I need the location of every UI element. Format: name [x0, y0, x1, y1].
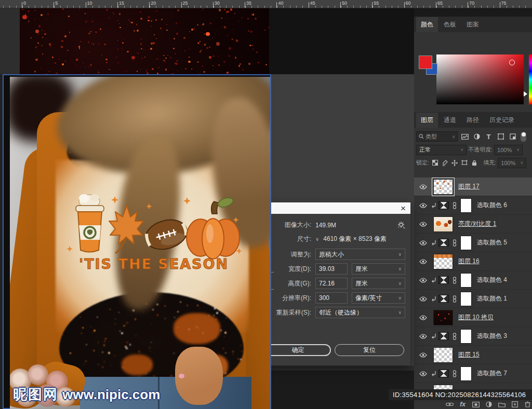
fit-to-select[interactable]: 原稿大小 ∨ — [315, 249, 405, 260]
layer-name[interactable]: 选取颜色 1 — [477, 294, 507, 303]
layer-name[interactable]: 图层 15 — [458, 350, 480, 359]
visibility-eye-icon[interactable] — [417, 315, 429, 320]
layer-name[interactable]: 选取颜色 7 — [477, 369, 507, 378]
mask-link-icon[interactable] — [451, 202, 458, 209]
filter-smart-object-icon[interactable] — [508, 132, 517, 141]
layer-mask-thumbnail[interactable] — [460, 236, 472, 250]
visibility-eye-icon[interactable] — [417, 184, 429, 189]
resolution-unit-select[interactable]: 像素/英寸 ∨ — [352, 292, 405, 304]
layer-thumbnail[interactable] — [433, 347, 453, 363]
tab-patterns[interactable]: 图案 — [462, 17, 484, 32]
lock-transparent-pixels-icon[interactable] — [431, 159, 439, 167]
visibility-eye-icon[interactable] — [417, 296, 429, 302]
layer-name[interactable]: 图层 16 — [458, 257, 480, 266]
layer-name[interactable]: 图层 10 拷贝 — [458, 313, 494, 322]
mask-link-icon[interactable] — [451, 239, 458, 247]
layer-row[interactable]: 图层 17 — [414, 178, 532, 196]
layer-filter-select[interactable]: 类型 ∨ — [416, 131, 458, 142]
height-input[interactable] — [315, 278, 348, 289]
layer-name[interactable]: 亮度/对比度 1 — [458, 220, 496, 228]
hue-pointer-icon[interactable] — [524, 91, 527, 97]
saturation-brightness-field[interactable] — [436, 54, 524, 104]
filter-shape-layers-icon[interactable] — [496, 132, 506, 141]
lock-position-icon[interactable] — [450, 159, 459, 167]
visibility-eye-icon[interactable] — [417, 203, 429, 208]
visibility-eye-icon[interactable] — [417, 240, 429, 246]
visibility-eye-icon[interactable] — [417, 371, 429, 376]
layer-thumbnail[interactable] — [433, 179, 453, 195]
gear-icon[interactable] — [397, 221, 405, 229]
ok-button[interactable]: 确定 — [265, 344, 331, 356]
layer-thumbnail[interactable] — [433, 216, 453, 232]
visibility-eye-icon[interactable] — [417, 222, 429, 227]
tab-channels[interactable]: 通道 — [439, 113, 461, 128]
adjustment-layer-icon[interactable] — [438, 295, 449, 303]
delete-layer-icon[interactable] — [523, 400, 532, 408]
mask-link-icon[interactable] — [451, 277, 458, 284]
layer-thumbnail[interactable] — [433, 254, 453, 269]
layer-mask-thumbnail[interactable] — [460, 292, 472, 306]
blend-mode-select[interactable]: 正常 ∨ — [416, 145, 467, 155]
visibility-eye-icon[interactable] — [417, 278, 429, 283]
layer-mask-thumbnail[interactable] — [460, 273, 472, 288]
layer-row[interactable]: 选取颜色 1 — [414, 290, 532, 308]
new-group-icon[interactable] — [497, 400, 506, 408]
dialog-title-bar[interactable]: × — [262, 202, 410, 214]
layer-style-icon[interactable]: fx — [458, 400, 467, 408]
mask-link-icon[interactable] — [451, 295, 458, 303]
width-input[interactable] — [315, 263, 348, 275]
visibility-eye-icon[interactable] — [417, 259, 429, 264]
new-layer-icon[interactable] — [510, 400, 519, 408]
visibility-eye-icon[interactable] — [417, 352, 429, 358]
mask-link-icon[interactable] — [451, 333, 458, 340]
link-layers-icon[interactable] — [445, 400, 454, 408]
layer-row[interactable]: 选取颜色 5 — [414, 234, 532, 252]
lock-all-icon[interactable] — [470, 159, 478, 167]
width-unit-select[interactable]: 厘米 ∨ — [352, 263, 405, 275]
color-picker-ring[interactable] — [509, 60, 515, 65]
layer-mask-thumbnail[interactable] — [460, 366, 472, 381]
layer-row[interactable]: 选取颜色 3 — [414, 327, 532, 346]
opacity-select[interactable]: 100% ∨ — [494, 145, 523, 155]
layer-name[interactable]: 选取颜色 4 — [477, 276, 507, 284]
layer-row[interactable]: 选取颜色 7 — [414, 364, 532, 383]
layer-row[interactable]: 选取颜色 6 — [414, 196, 532, 215]
adjustment-layer-icon[interactable] — [438, 332, 449, 340]
reset-button[interactable]: 复位 — [335, 344, 404, 356]
filter-type-layers-icon[interactable]: T — [484, 132, 494, 141]
visibility-eye-icon[interactable] — [417, 334, 429, 339]
layer-name[interactable]: 选取颜色 6 — [477, 201, 507, 210]
lock-artboard-icon[interactable] — [460, 159, 469, 167]
layer-thumbnail[interactable] — [433, 310, 453, 325]
resample-select[interactable]: 邻近（硬边缘） ∨ — [315, 307, 405, 318]
layer-row[interactable]: 选取颜色 4 — [414, 271, 532, 290]
layer-name[interactable]: 选取颜色 5 — [477, 238, 507, 247]
adjustment-layer-icon[interactable] — [438, 239, 449, 247]
horizontal-ruler[interactable]: 051015202530354045505560657075 — [0, 0, 532, 8]
layer-mask-thumbnail[interactable] — [460, 329, 472, 344]
layer-mask-thumbnail[interactable] — [460, 198, 472, 213]
hue-strip[interactable] — [529, 54, 532, 104]
add-mask-icon[interactable] — [471, 400, 480, 408]
lock-image-pixels-icon[interactable] — [441, 159, 449, 167]
layer-row[interactable]: 图层 16 — [414, 252, 532, 271]
filter-toggle-switch[interactable] — [521, 132, 526, 142]
tab-swatches[interactable]: 色板 — [439, 17, 461, 32]
mask-link-icon[interactable] — [451, 370, 458, 377]
tab-color[interactable]: 颜色 — [416, 17, 438, 32]
tab-paths[interactable]: 路径 — [462, 113, 484, 128]
chevron-down-icon[interactable]: ∨ — [315, 236, 319, 242]
adjustment-layer-icon[interactable] — [438, 276, 449, 284]
filter-adjustment-layers-icon[interactable] — [472, 132, 482, 141]
fill-select[interactable]: 100% ∨ — [498, 158, 526, 168]
new-adjustment-layer-icon[interactable] — [484, 400, 493, 408]
photo-document-window[interactable]: 'TIS THE SEASON 昵图网 www.nipic.com — [3, 74, 271, 409]
height-unit-select[interactable]: 厘米 ∨ — [352, 278, 405, 289]
layer-name[interactable]: 选取颜色 3 — [477, 332, 507, 340]
tab-layers[interactable]: 图层 — [416, 113, 438, 128]
layer-name[interactable]: 图层 17 — [458, 182, 480, 191]
resolution-input[interactable] — [315, 292, 348, 304]
adjustment-layer-icon[interactable] — [438, 201, 449, 209]
layer-row[interactable]: 图层 10 拷贝 — [414, 308, 532, 327]
layer-row[interactable]: 亮度/对比度 1 — [414, 215, 532, 234]
